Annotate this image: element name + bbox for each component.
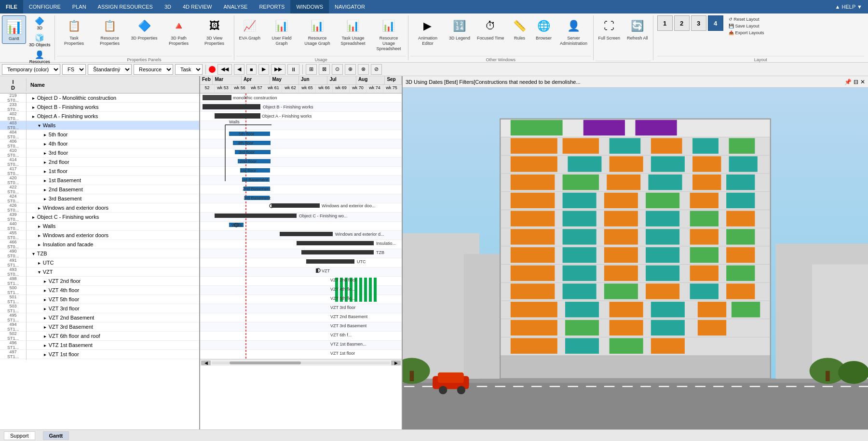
gantt-row-440[interactable]: 440ST0...▸ Walls [0, 222, 199, 231]
pause-button[interactable]: ⏸ [287, 64, 299, 75]
ribbon-btn-browser[interactable]: 🌐 Browser [532, 15, 556, 43]
toolbar-extra-5[interactable]: ⊗ [358, 64, 369, 75]
expand-icon-422[interactable]: ▸ [44, 187, 48, 192]
reset-layout-button[interactable]: ↺ Reset Layout [727, 16, 766, 22]
expand-icon-501[interactable]: ▸ [44, 297, 48, 302]
expand-icon-424[interactable]: ▸ [44, 196, 48, 201]
expand-icon-496[interactable]: ▸ [44, 343, 48, 348]
expand-icon-410[interactable]: ▸ [44, 150, 48, 156]
expand-icon-406[interactable]: ▸ [44, 141, 48, 147]
gantt-row-466[interactable]: 466ST0...▸ Insulation and facade [0, 240, 199, 249]
ribbon-btn-full-screen[interactable]: ⛶ Full Screen [596, 15, 624, 43]
ribbon-btn-task-usage[interactable]: 📊 Task Usage Spreadsheet [336, 15, 370, 48]
gantt-row-496[interactable]: 496ST1...▸ VTZ 1st Basement [0, 341, 199, 350]
gantt-row-406[interactable]: 406ST0...▸ 4th floor [0, 139, 199, 148]
gantt-row-494[interactable]: 494ST1...▸ VZT 3rd Basement [0, 322, 199, 332]
expand-icon-491[interactable]: ▸ [38, 260, 42, 266]
ribbon-btn-resource-usage[interactable]: 📊 Resource Usage Graph [300, 15, 335, 48]
ribbon-btn-resource-usage-ss[interactable]: 📊 Resource Usage Spreadsheet [371, 15, 406, 53]
expand-icon-493[interactable]: ▾ [38, 269, 42, 275]
gantt-row-426[interactable]: 426ST0...▸ Windows and exterior doors [0, 203, 199, 213]
menu-file[interactable]: FILE [0, 0, 23, 13]
menu-assign-resources[interactable]: ASSIGN RESOURCES [92, 0, 159, 13]
toolbar-extra-1[interactable]: ⊞ [306, 64, 317, 75]
view-3d-restore[interactable]: ⊟ [854, 79, 858, 85]
expand-icon-494[interactable]: ▸ [44, 324, 48, 330]
expand-icon-440[interactable]: ▸ [38, 224, 42, 229]
step-forward-button[interactable]: ▶▶ [271, 64, 285, 75]
play-button[interactable]: ▶ [258, 64, 269, 75]
expand-icon-466[interactable]: ▸ [38, 242, 42, 247]
fs-dropdown[interactable]: FS [62, 64, 86, 75]
expand-icon-490[interactable]: ▾ [32, 251, 36, 256]
menu-reports[interactable]: REPORTS [253, 0, 290, 13]
toolbar-extra-6[interactable]: ⊘ [371, 64, 382, 75]
ribbon-btn-task-props[interactable]: 📋 Task Properties [57, 15, 92, 48]
ribbon-btn-3dview-props[interactable]: 🖼 3D View Properties [197, 15, 232, 48]
gantt-row-501[interactable]: 501ST1...▸ VZT 5th floor [0, 295, 199, 304]
chart-scrollbar[interactable]: ◀ ▶ [200, 359, 402, 366]
gantt-body[interactable]: 219ST0...▸ Object D - Monolithic constru… [0, 94, 199, 429]
gantt-row-219[interactable]: 219ST0...▸ Object D - Monolithic constru… [0, 94, 199, 103]
task-dropdown[interactable]: Task [175, 64, 203, 75]
menu-analyse[interactable]: ANALYSE [217, 0, 253, 13]
ribbon-btn-resources[interactable]: 👤 Resources [27, 49, 53, 65]
gantt-row-498[interactable]: 498ST1...▸ VZT 2nd floor [0, 277, 199, 286]
menu-3d[interactable]: 3D [159, 0, 177, 13]
ribbon-btn-resource-props[interactable]: 📋 Resource Properties [93, 15, 127, 48]
ribbon-btn-animation[interactable]: ▶ Animation Editor [410, 15, 445, 48]
expand-icon-502[interactable]: ▸ [44, 334, 48, 339]
ribbon-btn-3d-props[interactable]: 🔷 3D Properties [128, 15, 161, 43]
gantt-row-493[interactable]: 493ST0...▾ VZT [0, 267, 199, 277]
ribbon-btn-user-field[interactable]: 📊 User Field Graph [264, 15, 299, 48]
status-tab-gantt[interactable]: Gantt [43, 431, 69, 440]
expand-icon-426[interactable]: ▸ [38, 205, 42, 211]
layout-num-4[interactable]: 4 [708, 15, 723, 31]
menu-navigator[interactable]: NAVIGATOR [329, 0, 371, 13]
stop-button[interactable]: ■ [246, 64, 257, 75]
expand-icon-404[interactable]: ▸ [44, 132, 48, 137]
resource-dropdown[interactable]: Resource [134, 64, 173, 75]
ribbon-btn-eva-graph[interactable]: 📈 EVA Graph [236, 15, 263, 43]
layout-num-3[interactable]: 3 [691, 15, 706, 31]
export-layouts-button[interactable]: 📤 Export Layouts [727, 30, 766, 36]
gantt-row-495[interactable]: 495ST1...▸ VZT 2nd Basement [0, 313, 199, 322]
gantt-row-439[interactable]: 439ST0...▸ Object C - Finishing works [0, 213, 199, 222]
gantt-row-233[interactable]: 233ST0...▸ Object B - Finishing works [0, 103, 199, 112]
expand-icon-420[interactable]: ▸ [44, 178, 48, 183]
expand-icon-500[interactable]: ▸ [44, 288, 48, 293]
ribbon-btn-gantt[interactable]: 📊 Gantt [2, 15, 26, 44]
expand-icon-503[interactable]: ▸ [44, 306, 48, 311]
expand-icon-417[interactable]: ▸ [44, 169, 48, 174]
gantt-row-404[interactable]: 404ST0...▸ 5th floor [0, 130, 199, 139]
expand-icon-402[interactable]: ▸ [32, 114, 36, 119]
ribbon-btn-3dpath-props[interactable]: 🔺 3D Path Properties [162, 15, 196, 48]
gantt-row-500[interactable]: 500ST1...▸ VZT 4th floor [0, 286, 199, 295]
skip-back-button[interactable]: ◀◀ [217, 64, 232, 75]
menu-windows[interactable]: WINDOWS [290, 0, 329, 13]
gantt-row-402[interactable]: 402ST0...▸ Object A - Finishing works [0, 112, 199, 121]
gantt-row-410[interactable]: 410ST0...▸ 3rd floor [0, 148, 199, 158]
view-3d-pin[interactable]: 📌 [844, 79, 852, 85]
ribbon-btn-legend[interactable]: 🔢 3D Legend [446, 15, 473, 43]
ribbon-btn-focused-time[interactable]: ⏱ Focused Time [474, 15, 507, 43]
gantt-row-420[interactable]: 420ST0...▸ 1st Basement [0, 176, 199, 185]
expand-icon-414[interactable]: ▸ [44, 160, 48, 165]
gantt-row-503[interactable]: 503ST1...▸ VZT 3rd floor [0, 304, 199, 313]
ribbon-btn-refresh[interactable]: 🔄 Refresh All [624, 15, 651, 43]
layout-num-1[interactable]: 1 [657, 15, 673, 31]
toolbar-extra-4[interactable]: ⊕ [345, 64, 356, 75]
expand-icon-439[interactable]: ▸ [32, 214, 36, 220]
status-tab-support[interactable]: Support [4, 431, 35, 440]
expand-icon-498[interactable]: ▸ [44, 279, 48, 284]
ribbon-btn-3d-objects[interactable]: 🧊 3D Objects [27, 32, 53, 48]
gantt-row-491[interactable]: 491ST1...▸ UTC [0, 258, 199, 267]
save-layout-button[interactable]: 💾 Save Layout [727, 23, 766, 29]
view-3d-close[interactable]: ✕ [860, 79, 865, 85]
toolbar-extra-3[interactable]: ⊙ [332, 64, 343, 75]
record-button[interactable] [209, 66, 216, 73]
toolbar-extra-2[interactable]: ⊠ [319, 64, 330, 75]
expand-icon-403[interactable]: ▾ [38, 123, 42, 128]
gantt-row-422[interactable]: 422ST0...▸ 2nd Basement [0, 185, 199, 194]
ribbon-btn-rules[interactable]: 📏 Rules [508, 15, 531, 43]
